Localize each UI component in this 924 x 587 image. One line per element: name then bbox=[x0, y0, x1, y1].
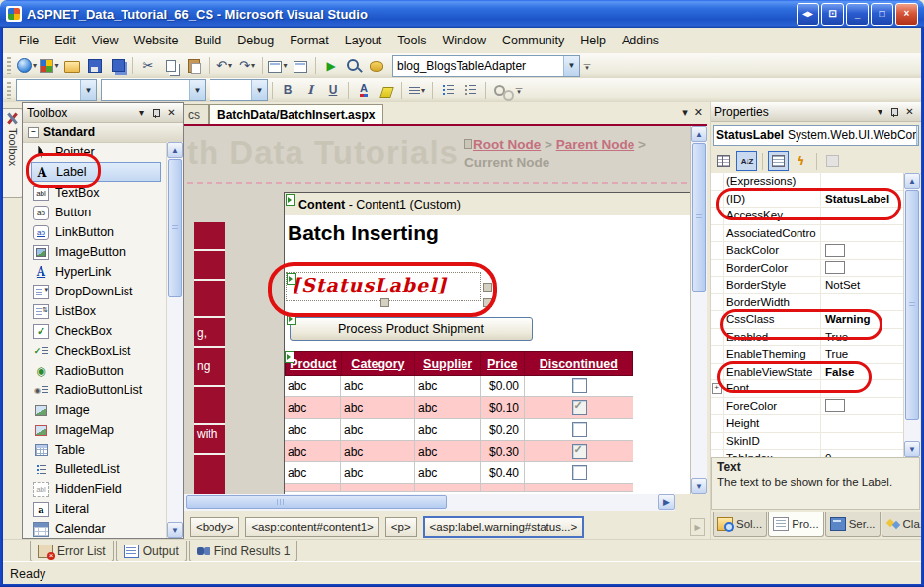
toolbox-item-bulletedlist[interactable]: BulletedList bbox=[23, 460, 162, 479]
scrollbar-thumb[interactable] bbox=[905, 190, 919, 420]
combo-dropdown-icon[interactable]: ▼ bbox=[563, 56, 579, 76]
toolbox-item-literal[interactable]: Literal bbox=[23, 499, 162, 519]
scrollbar-thumb[interactable] bbox=[186, 495, 447, 509]
title-bar[interactable]: ASPNET_Data_Tutorial_66_CS - Microsoft V… bbox=[0, 0, 924, 28]
menu-view[interactable]: View bbox=[84, 31, 126, 50]
undock-button[interactable]: ⊡ bbox=[821, 3, 844, 26]
numbered-list-button[interactable] bbox=[460, 80, 481, 101]
tag-overflow-icon[interactable]: ▶ bbox=[690, 518, 705, 536]
column-header-supplier[interactable]: Supplier bbox=[415, 352, 481, 375]
tab-server-explorer[interactable]: Ser... bbox=[825, 512, 881, 537]
smart-tag-anchor-icon[interactable] bbox=[286, 194, 295, 206]
toolbox-item-hiddenfield[interactable]: HiddenField bbox=[23, 479, 162, 499]
content-placeholder[interactable]: Content - Content1 (Custom) Batch Insert… bbox=[284, 192, 691, 494]
toolbox-item-hyperlink[interactable]: HyperLink bbox=[23, 262, 162, 282]
toolbox-item-radiobuttonlist[interactable]: RadioButtonList bbox=[23, 380, 162, 400]
editor-horizontal-scrollbar[interactable]: ▶ bbox=[183, 494, 675, 511]
toolbar-grip[interactable] bbox=[7, 82, 11, 99]
save-button[interactable] bbox=[84, 55, 106, 76]
scroll-right-icon[interactable]: ▶ bbox=[658, 494, 675, 510]
data-preview-button[interactable] bbox=[366, 55, 387, 76]
minimize-button[interactable]: _ bbox=[846, 3, 869, 26]
resize-handle[interactable] bbox=[483, 283, 492, 292]
smart-tag-anchor-icon[interactable] bbox=[285, 351, 294, 363]
toolbox-autohide-tab[interactable]: Toolbox bbox=[2, 108, 24, 198]
add-new-item-button[interactable]: ▾ bbox=[39, 55, 60, 76]
document-tab-batchinsert[interactable]: BatchData/BatchInsert.aspx bbox=[209, 104, 383, 124]
toolbox-item-imagemap[interactable]: ImageMap bbox=[23, 420, 162, 440]
toolbox-item-image[interactable]: Image bbox=[23, 400, 162, 420]
menu-format[interactable]: Format bbox=[282, 31, 337, 50]
discontinued-checkbox[interactable] bbox=[572, 444, 587, 459]
discontinued-checkbox[interactable] bbox=[572, 378, 587, 393]
save-all-button[interactable] bbox=[107, 55, 128, 76]
toolbox-scrollbar[interactable]: ▲ ▼ bbox=[166, 142, 183, 538]
combo-dropdown-icon[interactable]: ▼ bbox=[916, 126, 919, 145]
foreground-color-button[interactable]: A bbox=[353, 80, 375, 101]
toolbox-section-standard[interactable]: − Standard bbox=[23, 123, 183, 143]
copy-button[interactable] bbox=[160, 55, 182, 76]
maximize-button[interactable]: □ bbox=[871, 3, 893, 26]
tab-find-results[interactable]: Find Results 1 bbox=[189, 541, 298, 562]
navigate-forward-button[interactable] bbox=[290, 55, 311, 76]
scrollbar-thumb[interactable] bbox=[692, 143, 706, 292]
auto-hide-pin-icon[interactable] bbox=[149, 105, 164, 120]
tag-asp-content[interactable]: <asp:content#content1> bbox=[245, 517, 378, 537]
status-label-control[interactable]: [StatusLabel] bbox=[286, 272, 481, 301]
toolbox-item-button[interactable]: Button bbox=[23, 203, 162, 222]
menu-help[interactable]: Help bbox=[572, 31, 614, 50]
table-adapter-combo[interactable]: blog_BlogsTableAdapter ▼ bbox=[392, 55, 580, 77]
scroll-down-icon[interactable]: ▼ bbox=[167, 522, 183, 538]
new-website-button[interactable]: ▾ bbox=[16, 55, 38, 76]
content-placeholder-header[interactable]: Content - Content1 (Custom) bbox=[285, 193, 690, 215]
auto-hide-pin-icon[interactable] bbox=[887, 104, 902, 119]
menu-addins[interactable]: Addins bbox=[614, 31, 667, 50]
tab-output[interactable]: Output bbox=[116, 541, 187, 562]
context-help-button[interactable]: ◂▸ bbox=[797, 3, 819, 26]
bold-button[interactable]: B bbox=[277, 80, 298, 101]
process-shipment-button[interactable]: Process Product Shipment bbox=[290, 317, 533, 341]
column-header-price[interactable]: Price bbox=[481, 352, 525, 375]
column-header-category[interactable]: Category bbox=[342, 352, 416, 375]
properties-view-button[interactable] bbox=[768, 151, 789, 171]
start-debugging-button[interactable]: ▶ bbox=[320, 55, 342, 76]
toolbox-header[interactable]: Toolbox ▾ ✕ bbox=[23, 103, 183, 123]
alignment-button[interactable]: ▾ bbox=[406, 80, 428, 101]
toolbox-item-pointer[interactable]: Pointer bbox=[23, 142, 162, 162]
toolbox-item-table[interactable]: Table bbox=[23, 440, 162, 460]
toolbox-item-checkbox[interactable]: CheckBox bbox=[23, 321, 162, 341]
close-document-icon[interactable]: ✕ bbox=[694, 106, 703, 119]
toolbar-overflow-button[interactable]: —▾ bbox=[581, 57, 593, 75]
smart-tag-anchor-icon[interactable] bbox=[287, 313, 296, 325]
target-schema-combo[interactable]: ▼ bbox=[16, 79, 97, 101]
hyperlink-button[interactable] bbox=[490, 80, 512, 101]
scroll-down-icon[interactable]: ▼ bbox=[691, 478, 707, 494]
highlight-color-button[interactable] bbox=[376, 80, 397, 101]
events-button[interactable]: ϟ bbox=[791, 151, 811, 171]
menu-edit[interactable]: Edit bbox=[46, 31, 84, 50]
design-surface[interactable]: th Data Tutorials Root Node > Parent Nod… bbox=[183, 126, 691, 494]
toolbar-overflow-button[interactable]: —▾ bbox=[513, 81, 525, 99]
discontinued-checkbox[interactable] bbox=[572, 422, 587, 437]
properties-scrollbar[interactable]: ▲ ▼ bbox=[903, 173, 920, 457]
resize-handle[interactable] bbox=[380, 298, 389, 307]
italic-button[interactable]: I bbox=[299, 80, 321, 101]
menu-layout[interactable]: Layout bbox=[337, 31, 390, 50]
menu-window[interactable]: Window bbox=[434, 31, 493, 50]
breadcrumb-parent-link[interactable]: Parent Node bbox=[556, 137, 635, 152]
smart-tag-anchor-icon[interactable] bbox=[287, 273, 296, 285]
scroll-down-icon[interactable]: ▼ bbox=[904, 441, 920, 457]
toolbox-item-listbox[interactable]: ListBox bbox=[23, 301, 162, 321]
navigate-backward-button[interactable]: ▾ bbox=[267, 55, 289, 76]
find-in-files-button[interactable] bbox=[343, 55, 365, 76]
tab-class-view[interactable]: Cla... bbox=[882, 512, 924, 537]
discontinued-checkbox[interactable] bbox=[572, 465, 587, 480]
menu-website[interactable]: Website bbox=[126, 31, 187, 50]
toolbox-item-checkboxlist[interactable]: CheckBoxList bbox=[23, 341, 162, 361]
paste-button[interactable] bbox=[183, 55, 205, 76]
scroll-up-icon[interactable]: ▲ bbox=[904, 173, 920, 189]
editor-vertical-scrollbar[interactable]: ▲ ▼ bbox=[690, 126, 707, 494]
menu-debug[interactable]: Debug bbox=[229, 31, 282, 50]
tab-solution-explorer[interactable]: Sol... bbox=[713, 512, 767, 537]
toolbox-item-calendar[interactable]: Calendar bbox=[23, 519, 162, 538]
